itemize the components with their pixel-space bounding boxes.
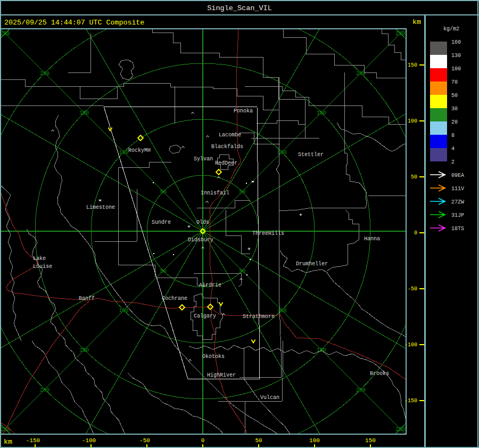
svg-text:Strathmore: Strathmore xyxy=(243,314,275,320)
svg-text:250: 250 xyxy=(395,31,405,37)
svg-text:km: km xyxy=(412,18,421,26)
svg-text:100: 100 xyxy=(119,308,128,314)
svg-text:200: 200 xyxy=(40,387,49,393)
svg-text:130: 130 xyxy=(451,53,461,59)
svg-text:50: 50 xyxy=(451,93,458,99)
svg-text:50: 50 xyxy=(255,437,262,444)
svg-text:2025/09/25 14:44:07 UTC Compos: 2025/09/25 14:44:07 UTC Composite xyxy=(4,19,144,27)
svg-text:250: 250 xyxy=(1,427,10,433)
svg-text:-50: -50 xyxy=(408,286,417,292)
svg-text:km: km xyxy=(4,438,12,446)
svg-text:kg/m2: kg/m2 xyxy=(443,26,459,32)
svg-text:Vulcan: Vulcan xyxy=(260,395,279,401)
svg-text:RockyMH: RockyMH xyxy=(128,148,151,153)
svg-text:8: 8 xyxy=(451,133,455,139)
svg-text:20: 20 xyxy=(451,119,458,125)
svg-text:200: 200 xyxy=(356,387,366,393)
svg-text:30: 30 xyxy=(451,106,458,112)
svg-text:100: 100 xyxy=(119,150,128,156)
svg-text:150: 150 xyxy=(365,437,376,444)
svg-text:200: 200 xyxy=(40,71,49,77)
svg-text:Drumheller: Drumheller xyxy=(296,261,328,267)
svg-text:0: 0 xyxy=(201,437,205,444)
svg-text:Limestone: Limestone xyxy=(86,205,115,210)
svg-text:150: 150 xyxy=(79,347,89,353)
svg-text:Banff: Banff xyxy=(79,296,95,302)
svg-text:100: 100 xyxy=(408,118,417,124)
svg-text:Brooks: Brooks xyxy=(370,371,389,377)
svg-text:-150: -150 xyxy=(26,437,40,444)
svg-text:250: 250 xyxy=(1,31,10,37)
svg-text:Lake: Lake xyxy=(33,256,46,262)
svg-text:09EA: 09EA xyxy=(451,173,464,178)
svg-text:50: 50 xyxy=(239,189,245,195)
svg-text:100: 100 xyxy=(277,150,286,156)
svg-text:70: 70 xyxy=(451,79,458,85)
svg-text:-50: -50 xyxy=(139,437,150,444)
svg-text:18TS: 18TS xyxy=(451,226,464,232)
svg-text:0: 0 xyxy=(414,230,417,236)
svg-text:Airdrie: Airdrie xyxy=(199,282,221,288)
svg-text:2: 2 xyxy=(451,159,455,165)
svg-text:150: 150 xyxy=(317,110,326,116)
svg-text:4: 4 xyxy=(451,146,455,152)
svg-text:50: 50 xyxy=(160,189,167,195)
svg-text:31JP: 31JP xyxy=(451,213,464,218)
svg-text:-100: -100 xyxy=(404,342,417,348)
svg-text:-150: -150 xyxy=(404,398,417,404)
svg-text:Okotoks: Okotoks xyxy=(202,354,225,360)
svg-text:Cochrane: Cochrane xyxy=(162,296,187,302)
svg-text:HighRiver: HighRiver xyxy=(207,372,236,378)
svg-text:Stettler: Stettler xyxy=(298,152,324,158)
svg-text:160: 160 xyxy=(451,39,461,45)
svg-text:250: 250 xyxy=(395,427,405,433)
svg-text:Innisfail: Innisfail xyxy=(201,190,229,196)
svg-text:100: 100 xyxy=(277,308,286,314)
svg-text:Olds: Olds xyxy=(196,219,209,225)
svg-text:-100: -100 xyxy=(82,437,96,444)
svg-text:Ponoka: Ponoka xyxy=(234,108,253,114)
svg-text:ThreeHills: ThreeHills xyxy=(252,231,284,237)
svg-text:111V: 111V xyxy=(451,186,464,192)
svg-text:RedDeer: RedDeer xyxy=(215,160,237,166)
svg-text:150: 150 xyxy=(79,110,89,116)
svg-text:100: 100 xyxy=(309,437,320,444)
svg-text:Calgary: Calgary xyxy=(194,313,216,319)
svg-text:Sylvan: Sylvan xyxy=(194,156,213,162)
svg-text:Blackfalds: Blackfalds xyxy=(211,144,243,150)
svg-text:50: 50 xyxy=(160,268,167,274)
svg-text:Didsbury: Didsbury xyxy=(188,237,213,243)
svg-text:150: 150 xyxy=(408,62,417,68)
svg-text:Hanna: Hanna xyxy=(364,236,380,242)
svg-text:27ZW: 27ZW xyxy=(451,199,464,205)
svg-text:Single_Scan_VIL: Single_Scan_VIL xyxy=(207,4,272,12)
svg-text:100: 100 xyxy=(451,66,461,72)
svg-text:Sundre: Sundre xyxy=(152,219,171,225)
svg-text:50: 50 xyxy=(411,174,417,180)
svg-text:Louise: Louise xyxy=(33,264,52,270)
svg-text:Lacombe: Lacombe xyxy=(219,132,241,138)
